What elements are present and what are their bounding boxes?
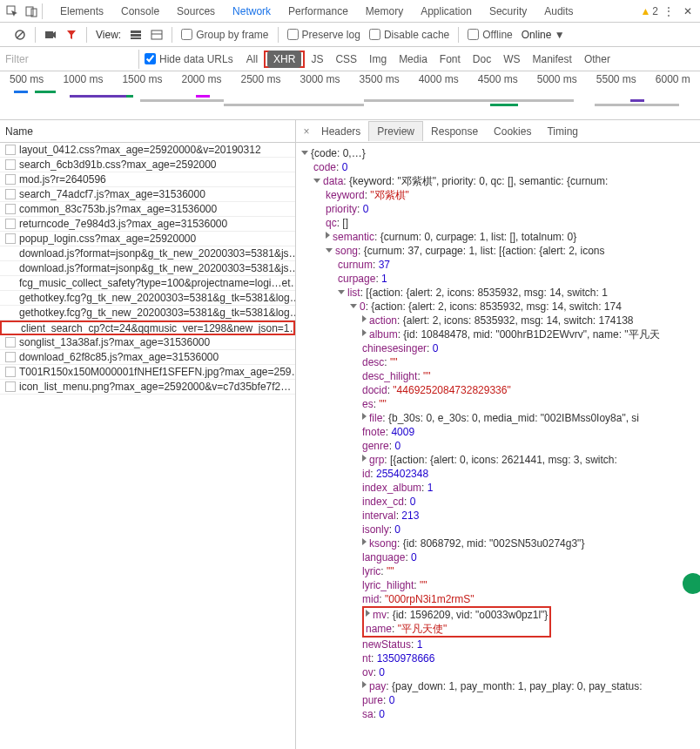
request-row[interactable]: search_74adcf7.js?max_age=31536000 bbox=[0, 187, 295, 202]
file-icon bbox=[5, 204, 16, 214]
filter-input[interactable] bbox=[0, 50, 139, 69]
divider bbox=[278, 27, 279, 43]
filter-manifest[interactable]: Manifest bbox=[527, 51, 578, 68]
request-row[interactable]: search_6cb3d91b.css?max_age=2592000 bbox=[0, 158, 295, 172]
request-name: download_62f8c85.js?max_age=31536000 bbox=[19, 351, 219, 363]
request-row[interactable]: mod.js?r=2640596 bbox=[0, 172, 295, 187]
hide-data-urls-checkbox[interactable]: Hide data URLs bbox=[145, 53, 233, 65]
tab-timing[interactable]: Timing bbox=[539, 122, 586, 141]
svg-rect-5 bbox=[45, 31, 53, 38]
tab-network[interactable]: Network bbox=[224, 2, 279, 21]
camera-icon[interactable] bbox=[44, 30, 57, 40]
divider bbox=[172, 27, 172, 43]
filter-type-tabs: All XHR JS CSS Img Media Font Doc WS Man… bbox=[240, 51, 616, 68]
request-row[interactable]: download.js?format=jsonp&g_tk_new_202003… bbox=[0, 261, 295, 276]
request-row[interactable]: returncode_7e984d3.js?max_age=31536000 bbox=[0, 217, 295, 232]
request-row[interactable]: songlist_13a38af.js?max_age=31536000 bbox=[0, 335, 295, 350]
tab-cookies[interactable]: Cookies bbox=[486, 122, 539, 141]
filter-ws[interactable]: WS bbox=[497, 51, 526, 68]
file-icon bbox=[5, 307, 16, 318]
tab-performance[interactable]: Performance bbox=[279, 2, 357, 21]
request-row[interactable]: layout_0412.css?max_age=25920000&v=20190… bbox=[0, 143, 295, 158]
tab-application[interactable]: Application bbox=[412, 2, 481, 21]
request-row[interactable]: fcg_music_collect_safety?type=100&projec… bbox=[0, 276, 295, 291]
request-name: common_83c753b.js?max_age=31536000 bbox=[19, 203, 217, 215]
request-name: client_search_cp?ct=24&qqmusic_ver=1298&… bbox=[21, 322, 295, 334]
filter-img[interactable]: Img bbox=[363, 51, 393, 68]
request-name: download.js?format=jsonp&g_tk_new_202003… bbox=[19, 262, 295, 274]
file-icon bbox=[7, 323, 17, 334]
large-rows-icon[interactable] bbox=[130, 30, 142, 40]
file-icon bbox=[5, 219, 16, 229]
disable-cache-checkbox[interactable]: Disable cache bbox=[369, 29, 449, 41]
tab-security[interactable]: Security bbox=[481, 2, 535, 21]
warning-count: 2 bbox=[652, 5, 658, 17]
file-icon bbox=[5, 159, 16, 170]
filter-toolbar: Hide data URLs All XHR JS CSS Img Media … bbox=[0, 47, 700, 71]
warnings-indicator[interactable]: ▲ 2 bbox=[640, 5, 658, 17]
timeline-overview[interactable]: 500 ms1000 ms1500 ms2000 ms2500 ms3000 m… bbox=[0, 71, 700, 120]
request-name: icon_list_menu.png?max_age=2592000&v=c7d… bbox=[19, 381, 291, 393]
close-icon[interactable]: ✕ bbox=[679, 3, 697, 20]
file-icon bbox=[5, 174, 16, 185]
request-row[interactable]: T001R150x150M000001fNHEf1SFEFN.jpg?max_a… bbox=[0, 365, 295, 380]
request-row[interactable]: popup_login.css?max_age=25920000 bbox=[0, 232, 295, 246]
request-name: search_74adcf7.js?max_age=31536000 bbox=[19, 188, 205, 200]
request-row[interactable]: download.js?format=jsonp&g_tk_new_202003… bbox=[0, 246, 295, 261]
filter-js[interactable]: JS bbox=[305, 51, 329, 68]
filter-media[interactable]: Media bbox=[393, 51, 434, 68]
tab-response[interactable]: Response bbox=[423, 122, 486, 141]
devtools-top-toolbar: Elements Console Sources Network Perform… bbox=[0, 0, 700, 23]
name-column-header[interactable]: Name bbox=[0, 120, 295, 143]
inspect-icon[interactable] bbox=[3, 3, 21, 20]
file-icon bbox=[5, 263, 16, 273]
file-icon bbox=[5, 293, 16, 303]
view-label: View: bbox=[96, 29, 121, 41]
tab-headers[interactable]: Headers bbox=[313, 122, 368, 141]
file-icon bbox=[5, 367, 16, 377]
close-detail-icon[interactable]: × bbox=[300, 125, 313, 138]
filter-other[interactable]: Other bbox=[578, 51, 616, 68]
file-icon bbox=[5, 337, 16, 348]
more-icon[interactable]: ⋮ bbox=[660, 3, 677, 20]
filter-css[interactable]: CSS bbox=[329, 51, 363, 68]
request-row[interactable]: gethotkey.fcg?g_tk_new_20200303=5381&g_t… bbox=[0, 291, 295, 306]
network-toolbar: View: Group by frame Preserve log Disabl… bbox=[0, 23, 700, 47]
warning-icon: ▲ bbox=[640, 5, 650, 17]
request-name: download.js?format=jsonp&g_tk_new_202003… bbox=[19, 247, 295, 260]
request-row[interactable]: download_62f8c85.js?max_age=31536000 bbox=[0, 350, 295, 365]
floating-action-icon[interactable] bbox=[683, 573, 700, 594]
offline-checkbox[interactable]: Offline bbox=[468, 29, 512, 41]
request-row[interactable]: gethotkey.fcg?g_tk_new_20200303=5381&g_t… bbox=[0, 306, 295, 321]
filter-icon[interactable] bbox=[65, 29, 77, 41]
tab-sources[interactable]: Sources bbox=[168, 2, 224, 21]
filter-all[interactable]: All bbox=[240, 51, 264, 68]
request-row[interactable]: client_search_cp?ct=24&qqmusic_ver=1298&… bbox=[0, 321, 295, 335]
filter-xhr[interactable]: XHR bbox=[267, 51, 301, 68]
tab-preview[interactable]: Preview bbox=[368, 121, 423, 141]
clear-icon[interactable] bbox=[14, 29, 26, 41]
request-list-panel: Name layout_0412.css?max_age=25920000&v=… bbox=[0, 120, 296, 749]
filter-doc[interactable]: Doc bbox=[467, 51, 497, 68]
tab-memory[interactable]: Memory bbox=[357, 2, 412, 21]
waterfall-icon[interactable] bbox=[151, 30, 163, 40]
tab-elements[interactable]: Elements bbox=[51, 2, 112, 21]
preserve-log-checkbox[interactable]: Preserve log bbox=[287, 29, 360, 41]
detail-tabs: × Headers Preview Response Cookies Timin… bbox=[296, 120, 700, 143]
filter-font[interactable]: Font bbox=[434, 51, 467, 68]
request-name: T001R150x150M000001fNHEf1SFEFN.jpg?max_a… bbox=[19, 366, 295, 378]
svg-line-4 bbox=[17, 31, 24, 38]
tab-console[interactable]: Console bbox=[112, 2, 168, 21]
json-preview[interactable]: {code: 0,…} code: 0 data: {keyword: "邓紫棋… bbox=[296, 143, 700, 749]
divider bbox=[458, 27, 459, 43]
device-toolbar-icon[interactable] bbox=[23, 3, 40, 20]
request-row[interactable]: icon_list_menu.png?max_age=2592000&v=c7d… bbox=[0, 380, 295, 395]
request-name: layout_0412.css?max_age=25920000&v=20190… bbox=[19, 144, 261, 156]
throttling-select[interactable]: Online ▼ bbox=[522, 29, 565, 41]
file-icon bbox=[5, 352, 16, 362]
tab-audits[interactable]: Audits bbox=[535, 2, 582, 21]
request-name: gethotkey.fcg?g_tk_new_20200303=5381&g_t… bbox=[19, 292, 295, 304]
xhr-highlight-box: XHR bbox=[264, 51, 305, 68]
group-by-frame-checkbox[interactable]: Group by frame bbox=[181, 29, 268, 41]
request-row[interactable]: common_83c753b.js?max_age=31536000 bbox=[0, 202, 295, 217]
